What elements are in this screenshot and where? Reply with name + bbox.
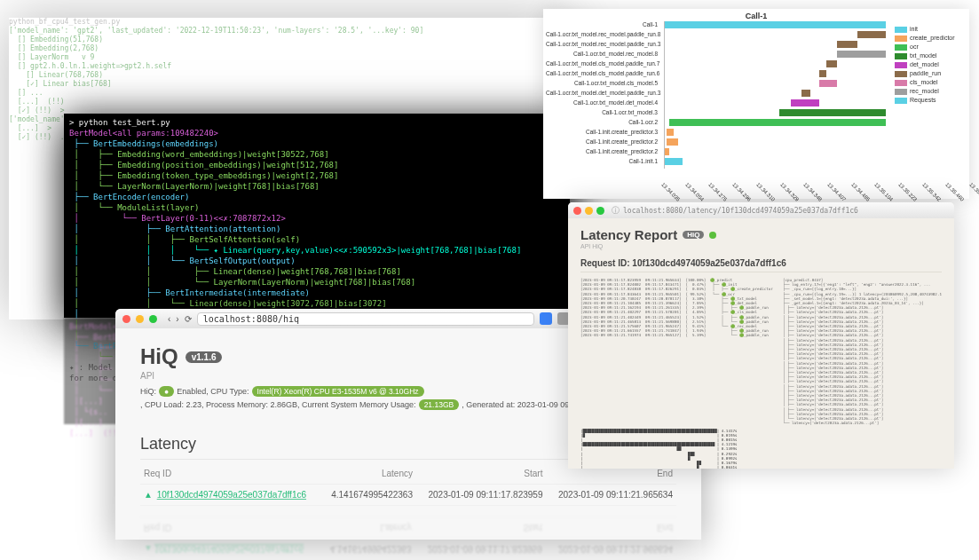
version-badge: v1.1.6 (186, 351, 223, 363)
gantt-bar (826, 60, 837, 67)
gantt-ylabel: Call-1.ocr.txt_model.cls_model.paddle_ru… (546, 70, 661, 80)
x-tick: 13.34.329 (778, 181, 801, 203)
gantt-bar (819, 80, 837, 87)
x-tick: 13.35.342 (920, 181, 943, 203)
gantt-bar (791, 99, 819, 106)
gantt-bar (665, 158, 683, 165)
enabled-pill: ● (159, 386, 174, 397)
back-icon[interactable]: ‹ (168, 314, 170, 324)
gantt-bar (667, 138, 677, 146)
x-axis-ticks: 13.34.03513.34.05413.34.27513.34.29613.3… (665, 181, 886, 188)
mid-label: , CPU Load: 2.23, Process Memory: 2.86GB… (140, 400, 416, 409)
gantt-ylabel: Call-1.init.create_predictor.2 (546, 148, 661, 158)
x-tick: 13.34.035 (659, 181, 682, 203)
legend-item: det_model (895, 60, 966, 69)
gantt-ylabel: Call-1.ocr.txt_model.rec_model.8 (546, 51, 661, 60)
x-tick: 13.35.104 (873, 181, 896, 203)
gantt-bar (801, 90, 810, 97)
gantt-bar (779, 109, 886, 116)
hiq-badge: HiQ (683, 231, 704, 239)
lat-titlebar: ⓘ localhost:8080/latency/10f130dcd497405… (568, 202, 954, 218)
status-prefix: HiQ: (140, 387, 156, 396)
x-tick: 13.34.485 (849, 181, 872, 203)
gantt-ylabel: Call-1.ocr.txt_model.det_model.paddle_ru… (546, 90, 661, 99)
lat-trace-tree: [cpu_predict.0437]├── log_entry.17=[{'en… (783, 278, 942, 426)
gantt-bar (665, 21, 886, 28)
forward-icon[interactable]: › (176, 314, 178, 324)
x-tick: 13.34.407 (825, 181, 848, 203)
legend-item: paddle_run (895, 69, 966, 78)
gantt-bar (665, 148, 669, 155)
gantt-ylabel: Call-1 (546, 21, 661, 31)
x-tick: 13.35.223 (896, 181, 919, 203)
lat-heading: Latency Report HiQ (580, 227, 942, 242)
terminal-window: > python test_bert.py BertModel<all para… (64, 114, 570, 318)
col-latency: Latency (321, 463, 416, 485)
legend-item: init (895, 25, 966, 34)
close-icon[interactable] (122, 315, 130, 323)
legend-item: create_predictor (895, 34, 966, 43)
lat-address[interactable]: localhost:8080/latency/10f130dcd4974059a… (623, 207, 949, 215)
lat-log-area: [2023-01-09 09:11:17.823959 09:11:21.965… (580, 278, 942, 426)
gantt-ylabel: Call-1.ocr.txt_model.cls_model.paddle_ru… (546, 60, 661, 70)
legend-item: cls_model (895, 78, 966, 87)
gantt-bar (669, 119, 886, 126)
x-tick: 13.34.310 (754, 181, 777, 203)
gantt-bar (837, 41, 857, 48)
terminal-command: > python test_bert.py (69, 117, 565, 128)
gantt-ylabel: Call-1.ocr.txt_model.3 (546, 109, 661, 119)
legend-item: rec_model (895, 87, 966, 96)
x-tick: 13.34.296 (730, 181, 753, 203)
gantt-bar (837, 51, 886, 58)
lock-icon: ⓘ (612, 205, 620, 217)
gantt-bar (819, 70, 825, 77)
address-bar[interactable]: localhost:8080/hiq (197, 312, 534, 326)
legend-item: ocr (895, 43, 966, 51)
hiq-reflection: ▲10f130dcd4974059a25e037da7dff1c6 4.1416… (115, 497, 701, 559)
chart-legend: initcreate_predictorocrtxt_modeldet_mode… (895, 25, 966, 105)
enabled-label: Enabled, CPU Type: (177, 387, 249, 396)
editor-filename: python_bf_cpu4_test_gen.py (9, 18, 568, 27)
zoom-icon[interactable] (596, 207, 604, 215)
lat-body: Latency Report HiQ API HiQ Request ID: 1… (568, 218, 954, 469)
ext-icon[interactable] (540, 312, 552, 325)
x-tick: 13.34.054 (683, 181, 706, 203)
status-dot-icon (709, 232, 716, 239)
gantt-bar (667, 129, 673, 136)
minimize-icon[interactable] (136, 315, 144, 323)
lat-ascii-bars: |███████████████████████████████████████… (580, 429, 942, 469)
lat-request-id: Request ID: 10f130dcd4974059a25e037da7df… (580, 258, 942, 272)
close-icon[interactable] (573, 207, 581, 215)
lat-title-text: Latency Report (580, 227, 677, 242)
gantt-chart: Call-1 Call-1Call-1.ocr.txt_model.rec_mo… (543, 9, 969, 199)
reload-icon[interactable]: ⟳ (185, 314, 192, 324)
gantt-ylabel: Call-1.ocr.2 (546, 119, 661, 129)
minimize-icon[interactable] (585, 207, 593, 215)
latency-report-window: ⓘ localhost:8080/latency/10f130dcd497405… (568, 202, 954, 469)
x-tick: 13.34.275 (707, 181, 730, 203)
col-reqid: Req ID (140, 463, 321, 485)
legend-item: txt_model (895, 51, 966, 60)
chart-plot: Call-1Call-1.ocr.txt_model.rec_model.pad… (664, 21, 886, 169)
mem-pill: 21.13GB (419, 399, 460, 410)
cpu-pill: Intel(R) Xeon(R) CPU E3-1535M v6 @ 3.10G… (252, 386, 424, 397)
lat-timing-tree: [2023-01-09 09:11:17.823959 09:11:21.965… (580, 278, 779, 426)
chart-title: Call-1 (549, 12, 964, 20)
gantt-bar (857, 31, 886, 38)
gantt-ylabel: Call-1.ocr.txt_model.rec_model.paddle_ru… (546, 31, 661, 41)
x-tick: 13.35.460 (944, 181, 967, 203)
gantt-ylabel: Call-1.init.create_predictor.2 (546, 138, 661, 148)
gantt-ylabel: Call-1.init.1 (546, 158, 661, 168)
gantt-ylabel: Call-1.ocr.txt_model.det_model.4 (546, 99, 661, 109)
x-tick: 13.34.348 (802, 181, 825, 203)
hiq-title-text: HiQ (140, 344, 178, 369)
y-axis-labels: Call-1Call-1.ocr.txt_model.rec_model.pad… (546, 21, 661, 168)
gantt-ylabel: Call-1.init.create_predictor.3 (546, 129, 661, 138)
x-tick: 13.35.579 (967, 181, 979, 203)
zoom-icon[interactable] (149, 315, 157, 323)
gantt-ylabel: Call-1.ocr.txt_model.cls_model.5 (546, 80, 661, 90)
col-start: Start (416, 463, 547, 485)
lat-api-link[interactable]: API HiQ (580, 243, 942, 249)
gantt-ylabel: Call-1.ocr.txt_model.rec_model.paddle_ru… (546, 41, 661, 51)
legend-item: Requests (895, 96, 966, 105)
